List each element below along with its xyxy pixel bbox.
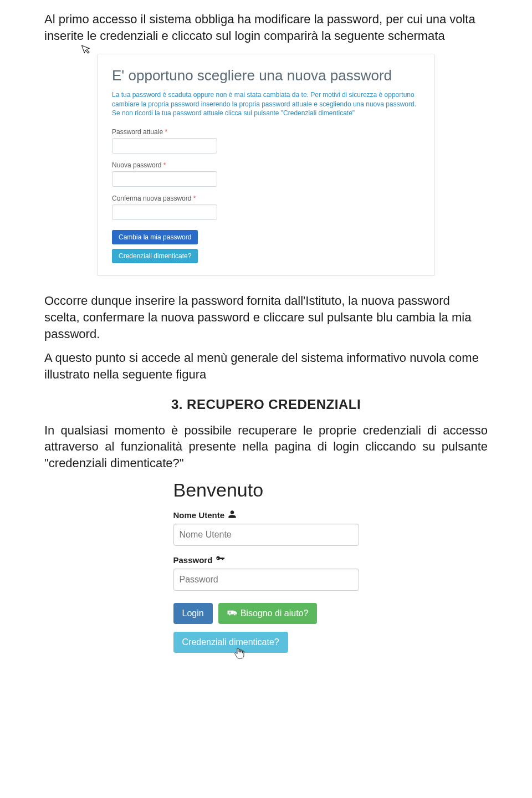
change-password-button[interactable]: Cambia la mia password bbox=[112, 230, 198, 244]
password-label: Password bbox=[173, 555, 359, 565]
change-password-panel: E' opportuno scegliere una nuova passwor… bbox=[97, 54, 435, 276]
key-icon bbox=[216, 555, 224, 565]
username-label: Nome Utente bbox=[173, 510, 359, 520]
login-title: Benvenuto bbox=[173, 479, 359, 501]
panel-help-text: La tua password è scaduta oppure non è m… bbox=[112, 90, 420, 118]
body-paragraph-3: A questo punto si accede al menù general… bbox=[44, 350, 488, 382]
need-help-button[interactable]: Bisogno di aiuto? bbox=[218, 603, 318, 624]
svg-rect-4 bbox=[229, 612, 231, 612]
username-input[interactable] bbox=[173, 524, 359, 546]
section-heading: 3. RECUPERO CREDENZIALI bbox=[44, 397, 488, 412]
login-panel: Benvenuto Nome Utente Password Login bbox=[173, 479, 359, 653]
ambulance-icon bbox=[227, 608, 237, 618]
cursor-icon bbox=[81, 42, 94, 58]
current-password-input[interactable] bbox=[112, 138, 217, 154]
confirm-password-label: Conferma nuova password * bbox=[112, 195, 420, 202]
new-password-input[interactable] bbox=[112, 171, 217, 187]
svg-point-2 bbox=[233, 613, 235, 615]
intro-paragraph-1: Al primo accesso il sistema obbliga ha m… bbox=[44, 11, 488, 44]
svg-point-1 bbox=[228, 613, 230, 615]
confirm-password-input[interactable] bbox=[112, 204, 217, 220]
forgot-credentials-button[interactable]: Credenziali dimenticate? bbox=[112, 249, 198, 263]
password-input[interactable] bbox=[173, 569, 359, 591]
panel-title: E' opportuno scegliere una nuova passwor… bbox=[112, 66, 420, 85]
new-password-label: Nuova password * bbox=[112, 161, 420, 169]
user-icon bbox=[228, 510, 237, 520]
body-paragraph-4: In qualsiasi momento è possibile recuper… bbox=[44, 422, 488, 472]
hand-cursor-icon bbox=[234, 648, 244, 662]
body-paragraph-2: Occorre dunque inserire la password forn… bbox=[44, 293, 488, 342]
forgot-credentials-login-button[interactable]: Credenziali dimenticate? bbox=[173, 632, 288, 653]
login-button[interactable]: Login bbox=[173, 603, 213, 624]
current-password-label: Password attuale * bbox=[112, 128, 420, 136]
